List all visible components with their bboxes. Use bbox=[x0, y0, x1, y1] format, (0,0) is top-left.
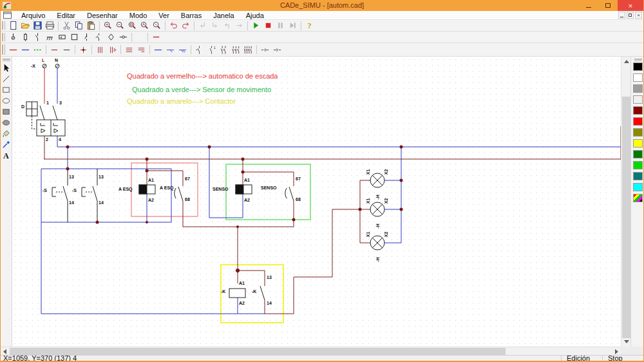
color-swatch-#8b0000[interactable] bbox=[633, 106, 643, 115]
rectangle-button[interactable] bbox=[1, 84, 12, 95]
wire-dark-red-button[interactable] bbox=[48, 44, 61, 55]
menu-janela[interactable]: Janela bbox=[207, 11, 240, 20]
sheet-first-button[interactable] bbox=[196, 20, 209, 31]
sensor-button[interactable] bbox=[93, 32, 105, 43]
wire-blue-button[interactable] bbox=[19, 44, 32, 55]
mdi-close-button[interactable]: × bbox=[635, 12, 642, 19]
copy-button[interactable] bbox=[73, 20, 85, 31]
horizontal-scrollbar[interactable] bbox=[1, 347, 621, 355]
color-swatch-#f0f0f0[interactable] bbox=[633, 95, 643, 104]
vertical-contact-button[interactable] bbox=[193, 44, 205, 55]
save-button[interactable] bbox=[32, 20, 44, 31]
switch-button[interactable] bbox=[80, 32, 93, 43]
help-button[interactable]: ? bbox=[303, 20, 316, 31]
sheet-prev-button[interactable] bbox=[209, 20, 221, 31]
wire-green-button[interactable] bbox=[32, 44, 44, 55]
menu-modo[interactable]: Modo bbox=[124, 11, 153, 20]
three-phase-button[interactable] bbox=[94, 44, 106, 55]
vertical-scrollbar[interactable] bbox=[621, 57, 630, 347]
text-button[interactable]: A bbox=[1, 150, 12, 161]
cable-tap-button[interactable] bbox=[164, 44, 176, 55]
color-swatch-#ffff00[interactable] bbox=[633, 139, 643, 148]
wire-red-button[interactable] bbox=[7, 44, 19, 55]
color-swatch-#007d00[interactable] bbox=[633, 150, 643, 158]
drawing-canvas[interactable]: LN-X1324D-S1314-S1314A ESQA1A2A ESQ6768S… bbox=[12, 57, 621, 347]
mdi-minimize-button[interactable] bbox=[618, 12, 625, 19]
terminal-button[interactable] bbox=[7, 32, 19, 43]
toolbar-grip[interactable] bbox=[2, 44, 5, 55]
zoom-selection-button[interactable] bbox=[151, 20, 163, 31]
menu-ver[interactable]: Ver bbox=[153, 11, 175, 20]
cable-double-tap-button[interactable] bbox=[176, 44, 189, 55]
wire-red-short-button[interactable] bbox=[150, 32, 162, 43]
toolbar-grip[interactable] bbox=[2, 21, 5, 30]
redo-button[interactable] bbox=[180, 20, 192, 31]
bus-partial-button[interactable] bbox=[135, 44, 147, 55]
vertical-contact-double-button[interactable] bbox=[218, 44, 230, 55]
cable-blue-button[interactable] bbox=[152, 44, 164, 55]
new-button[interactable] bbox=[7, 20, 19, 31]
stop-button[interactable] bbox=[262, 20, 274, 31]
ellipse-button[interactable] bbox=[1, 95, 12, 106]
plug-left-button[interactable] bbox=[259, 44, 271, 55]
box-button[interactable] bbox=[68, 32, 80, 43]
maximize-button[interactable] bbox=[598, 0, 618, 11]
paste-button[interactable] bbox=[85, 20, 97, 31]
diamond-button[interactable] bbox=[105, 32, 117, 43]
color-swatch-#ff0000[interactable] bbox=[633, 117, 643, 126]
three-phase-neutral-button[interactable] bbox=[106, 44, 118, 55]
scroll-left-icon[interactable] bbox=[3, 349, 6, 354]
sheet-last-button[interactable] bbox=[233, 20, 245, 31]
pause-button[interactable] bbox=[274, 20, 287, 31]
zoom-window-button[interactable] bbox=[126, 20, 138, 31]
wire-black-button[interactable] bbox=[61, 44, 73, 55]
multi-contact-button[interactable] bbox=[44, 32, 56, 43]
close-button[interactable]: × bbox=[618, 0, 643, 11]
zoom-out-button[interactable] bbox=[114, 20, 126, 31]
contact-button[interactable] bbox=[32, 32, 44, 43]
color-swatch-#00dc00[interactable] bbox=[633, 161, 643, 169]
menu-editar[interactable]: Editar bbox=[51, 11, 81, 20]
fuse-button[interactable] bbox=[19, 32, 32, 43]
fill-bucket-button[interactable] bbox=[1, 128, 12, 139]
document-icon[interactable] bbox=[3, 12, 12, 19]
sheet-next-button[interactable] bbox=[221, 20, 233, 31]
color-swatch-#8b8b00[interactable] bbox=[633, 128, 643, 137]
node-cross-button[interactable] bbox=[77, 44, 90, 55]
horizontal-scroll-thumb[interactable] bbox=[10, 348, 506, 355]
zoom-page-button[interactable] bbox=[138, 20, 151, 31]
plug-right-button[interactable] bbox=[271, 44, 283, 55]
color-swatch-#000000[interactable] bbox=[633, 62, 643, 71]
toolbar-grip[interactable] bbox=[3, 59, 10, 61]
vertical-contact-timed-button[interactable]: 1 bbox=[205, 44, 218, 55]
color-swatch-#9e9e9e[interactable] bbox=[633, 84, 643, 93]
print-button[interactable] bbox=[44, 20, 56, 31]
color-swatch-#ffffff[interactable] bbox=[633, 73, 643, 82]
step-button[interactable] bbox=[287, 20, 299, 31]
color-swatch-custom[interactable] bbox=[633, 194, 643, 202]
open-button[interactable] bbox=[19, 20, 32, 31]
color-swatch-#00ffff[interactable] bbox=[633, 183, 643, 191]
zoom-in-button[interactable] bbox=[102, 20, 114, 31]
undo-button[interactable] bbox=[167, 20, 180, 31]
line-button[interactable] bbox=[1, 73, 12, 84]
vertical-contact-quad-button[interactable] bbox=[242, 44, 254, 55]
filled-ellipse-button[interactable] bbox=[1, 117, 12, 128]
play-button[interactable] bbox=[250, 20, 262, 31]
menu-ajuda[interactable]: Ajuda bbox=[240, 11, 270, 20]
pointer-button[interactable] bbox=[1, 62, 12, 73]
menu-desenhar[interactable]: Desenhar bbox=[81, 11, 124, 20]
scroll-down-icon[interactable] bbox=[624, 340, 629, 343]
menu-arquivo[interactable]: Arquivo bbox=[15, 11, 51, 20]
color-picker-button[interactable] bbox=[1, 139, 12, 150]
minimize-button[interactable] bbox=[579, 0, 598, 11]
scroll-right-icon[interactable] bbox=[615, 349, 618, 354]
color-swatch-#0a7878[interactable] bbox=[633, 172, 643, 180]
cut-button[interactable] bbox=[61, 20, 73, 31]
filled-rectangle-button[interactable] bbox=[1, 106, 12, 117]
vertical-contact-triple-button[interactable] bbox=[230, 44, 242, 55]
mdi-restore-button[interactable] bbox=[627, 12, 634, 19]
toolbar-grip[interactable] bbox=[634, 59, 642, 61]
bus-triple-button[interactable] bbox=[123, 44, 135, 55]
motor-overload-button[interactable] bbox=[56, 32, 68, 43]
